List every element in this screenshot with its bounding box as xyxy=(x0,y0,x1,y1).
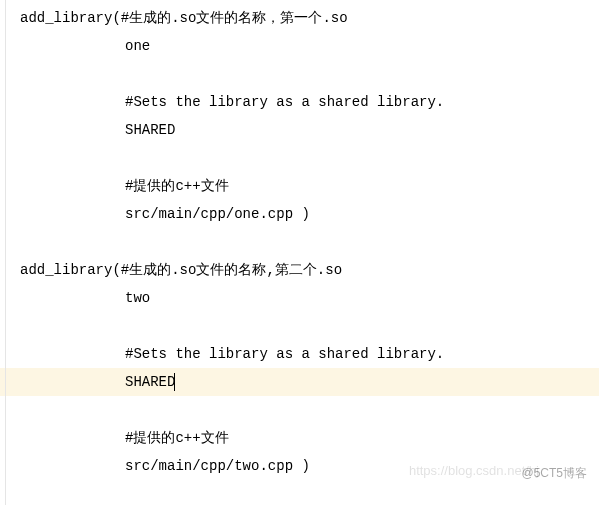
code-text: one xyxy=(125,38,150,54)
code-text: two xyxy=(125,290,150,306)
code-line[interactable] xyxy=(20,228,599,256)
editor-gutter xyxy=(0,0,6,505)
code-line[interactable] xyxy=(20,144,599,172)
code-text: SHARED xyxy=(125,122,175,138)
code-text: #Sets the library as a shared library. xyxy=(125,346,444,362)
code-line[interactable] xyxy=(20,396,599,424)
code-line[interactable]: SHARED xyxy=(20,116,599,144)
code-line[interactable]: add_library(#生成的.so文件的名称，第一个.so xyxy=(20,4,599,32)
text-cursor xyxy=(174,373,175,391)
code-line[interactable]: #提供的c++文件 xyxy=(20,424,599,452)
code-text: #提供的c++文件 xyxy=(125,178,229,194)
code-text: SHARED xyxy=(125,374,175,390)
code-line[interactable]: src/main/cpp/one.cpp ) xyxy=(20,200,599,228)
code-line[interactable]: two xyxy=(20,284,599,312)
code-text: #Sets the library as a shared library. xyxy=(125,94,444,110)
code-text: add_library(#生成的.so文件的名称,第二个.so xyxy=(20,262,342,278)
code-line[interactable] xyxy=(20,312,599,340)
code-text: add_library(#生成的.so文件的名称，第一个.so xyxy=(20,10,348,26)
code-line[interactable]: #提供的c++文件 xyxy=(20,172,599,200)
code-line[interactable]: src/main/cpp/two.cpp ) xyxy=(20,452,599,480)
code-line-active[interactable]: SHARED xyxy=(0,368,599,396)
code-line[interactable]: one xyxy=(20,32,599,60)
code-text: #提供的c++文件 xyxy=(125,430,229,446)
code-line[interactable] xyxy=(20,60,599,88)
code-line[interactable]: #Sets the library as a shared library. xyxy=(20,340,599,368)
code-text: src/main/cpp/one.cpp ) xyxy=(125,206,310,222)
code-editor[interactable]: add_library(#生成的.so文件的名称，第一个.so one #Set… xyxy=(20,4,599,480)
code-line[interactable]: #Sets the library as a shared library. xyxy=(20,88,599,116)
code-line[interactable]: add_library(#生成的.so文件的名称,第二个.so xyxy=(20,256,599,284)
code-text: src/main/cpp/two.cpp ) xyxy=(125,458,310,474)
